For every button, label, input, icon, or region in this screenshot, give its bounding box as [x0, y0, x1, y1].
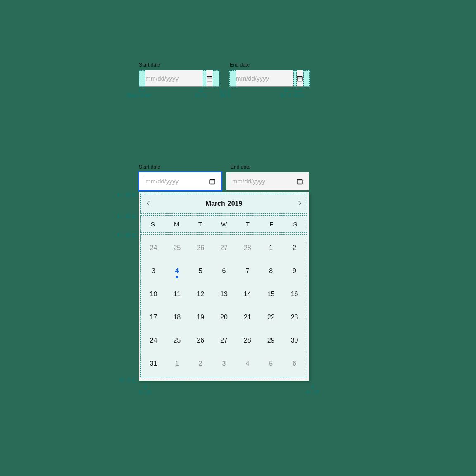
weekday-label: T [236, 221, 259, 228]
calendar-day[interactable]: 26 [189, 329, 212, 352]
chevron-left-icon [147, 201, 150, 206]
datepicker-spec-top: Start date End date mm/dd/yyyy mm/dd/yyy… [139, 62, 310, 98]
svg-rect-0 [207, 76, 212, 81]
calendar-day[interactable]: 13 [212, 283, 236, 306]
svg-rect-12 [298, 179, 302, 184]
end-date-label: End date [231, 164, 250, 170]
calendar-day[interactable]: 9 [283, 259, 306, 283]
calendar-panel: March2019 SMTWTFS 2425262728123456789101… [139, 192, 309, 381]
weekday-label: T [188, 221, 212, 228]
calendar-day[interactable]: 27 [212, 236, 236, 259]
padding-left-highlight [229, 70, 236, 86]
icon-gap-highlight [293, 70, 297, 86]
calendar-day[interactable]: 29 [259, 329, 283, 352]
calendar-day[interactable]: 8 [259, 259, 283, 283]
weekday-label: S [283, 221, 307, 228]
calendar-day[interactable]: 28 [236, 236, 259, 259]
calendar-day[interactable]: 2 [189, 352, 212, 375]
weekday-label: S [141, 221, 164, 228]
calendar-day[interactable]: 19 [189, 306, 212, 329]
datepicker-spec-calendar: Start date End date mm/dd/yyyy mm/dd/yyy… [139, 164, 337, 381]
calendar-day[interactable]: 5 [189, 259, 212, 283]
start-date-input[interactable]: mm/dd/yyyy [139, 172, 221, 190]
year-label: 2019 [228, 200, 243, 207]
dim-field-gap: 16/1 [219, 93, 231, 98]
calendar-day[interactable]: 2 [283, 236, 306, 259]
calendar-day[interactable]: 4 [236, 352, 259, 375]
calendar-day[interactable]: 7 [236, 259, 259, 283]
calendar-day[interactable]: 14 [236, 283, 259, 306]
calendar-day[interactable]: 20 [212, 306, 236, 329]
calendar-day[interactable]: 25 [165, 329, 189, 352]
calendar-weekdays: SMTWTFS [140, 215, 307, 233]
calendar-day[interactable]: 17 [142, 306, 165, 329]
calendar-icon[interactable] [297, 178, 303, 185]
calendar-day[interactable]: 4 [165, 259, 189, 283]
calendar-day[interactable]: 11 [165, 283, 189, 306]
calendar-day[interactable]: 6 [283, 352, 306, 375]
padding-right-highlight [303, 70, 310, 86]
measure-side-pad-right: 4/.25 [306, 386, 319, 395]
calendar-icon [206, 75, 213, 82]
calendar-day[interactable]: 10 [142, 283, 165, 306]
calendar-icon[interactable] [209, 178, 216, 185]
start-date-input-spec: mm/dd/yyyy [139, 70, 219, 87]
placeholder-text: mm/dd/yyyy [145, 75, 203, 82]
placeholder-text: mm/dd/yyyy [236, 75, 293, 82]
calendar-day[interactable]: 16 [283, 283, 306, 306]
dim-icon-gap: 8/.5 [195, 93, 207, 98]
svg-rect-4 [298, 76, 302, 81]
weekday-label: M [164, 221, 188, 228]
calendar-day[interactable]: 3 [212, 352, 236, 375]
measure-row-gap-2: 4/.25 [117, 214, 139, 219]
calendar-day[interactable]: 1 [165, 352, 189, 375]
chevron-right-icon [298, 201, 301, 206]
end-date-input[interactable]: mm/dd/yyyy [226, 172, 309, 190]
calendar-day[interactable]: 18 [165, 306, 189, 329]
prev-month-button[interactable] [143, 198, 154, 210]
calendar-day[interactable]: 25 [165, 236, 189, 259]
icon-gap-highlight [203, 70, 206, 86]
calendar-day[interactable]: 27 [212, 329, 236, 352]
end-date-label: End date [230, 62, 250, 68]
month-label: March [206, 200, 225, 207]
calendar-day[interactable]: 23 [283, 306, 306, 329]
weekday-label: F [259, 221, 283, 228]
calendar-day[interactable]: 3 [142, 259, 165, 283]
text-cursor [145, 178, 145, 185]
calendar-icon [297, 75, 303, 82]
padding-right-highlight [213, 70, 219, 86]
calendar-grid: 2425262728123456789101112131415161718192… [142, 236, 306, 375]
calendar-day[interactable]: 28 [236, 329, 259, 352]
calendar-day[interactable]: 24 [142, 236, 165, 259]
measure-row-gap-3: 4/.25 [117, 233, 139, 238]
calendar-day[interactable]: 6 [212, 259, 236, 283]
calendar-day[interactable]: 24 [142, 329, 165, 352]
calendar-header: March2019 [140, 194, 307, 214]
placeholder-text: mm/dd/yyyy [232, 178, 297, 185]
dim-padding-right: 16/1 [293, 93, 304, 98]
dimension-annotations: 16px/1rem 8/.5 16/1 8/.5 16/1 [139, 88, 310, 98]
dim-padding-left: 16px/1rem [126, 93, 151, 98]
calendar-day[interactable]: 22 [259, 306, 283, 329]
dim-icon-gap2: 8/.5 [281, 93, 292, 98]
measure-bottom-pad: 8/.5 [120, 377, 139, 383]
calendar-day[interactable]: 21 [236, 306, 259, 329]
calendar-body-wrap: 2425262728123456789101112131415161718192… [140, 234, 307, 377]
calendar-day[interactable]: 30 [283, 329, 306, 352]
measure-side-pad-left: 4/.25 [138, 386, 152, 395]
start-date-label: Start date [139, 62, 160, 68]
calendar-day[interactable]: 5 [259, 352, 283, 375]
calendar-day[interactable]: 12 [189, 283, 212, 306]
svg-rect-8 [210, 179, 215, 184]
calendar-day[interactable]: 15 [259, 283, 283, 306]
calendar-day[interactable]: 1 [259, 236, 283, 259]
calendar-day[interactable]: 26 [189, 236, 212, 259]
calendar-day[interactable]: 31 [142, 352, 165, 375]
next-month-button[interactable] [294, 198, 305, 210]
start-date-label: Start date [139, 164, 160, 170]
calendar-title[interactable]: March2019 [206, 200, 243, 207]
padding-left-highlight [139, 70, 145, 86]
end-date-input-spec: mm/dd/yyyy [229, 70, 310, 87]
placeholder-text: mm/dd/yyyy [145, 178, 209, 185]
